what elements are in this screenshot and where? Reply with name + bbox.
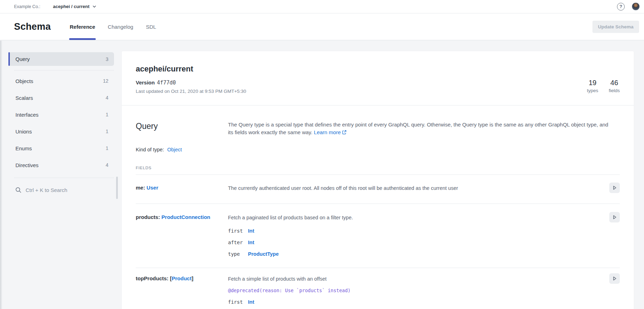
graph-summary-left: acephei/current Version4f77d0 Last updat… [136,64,246,95]
tab-bar: Reference Changelog SDL [63,14,162,40]
play-icon [612,276,617,281]
last-updated: Last updated on Oct 21, 2020 at 9:53 PM … [136,88,246,95]
count-badge: 3 [106,56,108,62]
question-mark-icon: ? [619,4,622,9]
type-name-column: Query [136,121,228,131]
field-name: products: ProductConnection [136,214,228,221]
argument-type-link[interactable]: Int [248,239,254,246]
version-line: Version4f77d0 [136,79,246,86]
argument-row: first Int [228,227,602,234]
sidebar-item-unions[interactable]: Unions 1 [8,123,114,140]
play-icon [612,185,617,191]
page-header: Schema Reference Changelog SDL Update Sc… [0,14,644,40]
graph-selector-label: acephei / current [53,4,89,9]
count-badge: 1 [106,112,108,117]
run-in-explorer-button[interactable] [609,212,620,222]
argument-type-link[interactable]: ProductType [248,250,279,258]
content-area: Query 3 Objects 12 Scalars 4 Interfaces … [0,41,644,309]
count-badge: 1 [106,129,108,134]
topbar-right-group: ? [617,2,640,11]
field-actions [609,184,620,193]
run-in-explorer-button[interactable] [609,273,620,284]
external-link-icon [342,130,347,135]
argument-type-link[interactable]: Int [248,227,254,235]
field-row-products: products: ProductConnection Fetch a pagi… [136,204,620,268]
field-name: me: User [136,184,228,191]
version-value: 4f77d0 [157,80,176,86]
field-description: Fetch a simple list of products with an … [228,275,609,305]
top-bar: Example Co.: acephei / current ? [0,0,644,13]
stat-fields: 46 fields [609,78,620,93]
type-name: Query [136,121,228,131]
sidebar-list: Objects 12 Scalars 4 Interfaces 1 Unions… [8,73,114,173]
field-actions [609,275,620,284]
user-avatar[interactable] [632,2,640,11]
field-type-link[interactable]: User [147,185,158,191]
search-trigger[interactable]: Ctrl + K to Search [8,181,114,198]
tab-sdl[interactable]: SDL [140,14,162,40]
sidebar-item-directives[interactable]: Directives 4 [8,157,114,173]
field-description: The currently authenticated user root. A… [228,184,609,192]
left-scrollbar-strip[interactable] [0,41,2,309]
type-description: The Query type is a special type that de… [228,121,620,136]
page-title: Schema [14,21,51,32]
search-hint: Ctrl + K to Search [26,187,67,193]
sidebar-item-enums[interactable]: Enums 1 [8,140,114,157]
field-row-topproducts: topProducts: [Product] Fetch a simple li… [136,268,620,309]
graph-selector-dropdown[interactable]: acephei / current [53,4,96,9]
graph-title: acephei/current [136,64,246,74]
learn-more-link[interactable]: Learn more [314,129,347,135]
help-button[interactable]: ? [617,3,625,11]
bracket-close: ] [192,275,193,281]
field-description: Fetch a paginated list of products based… [228,214,609,257]
argument-row: type ProductType [228,250,602,257]
deprecated-annotation: @deprecated(reason: Use `products` inste… [228,287,602,294]
run-in-explorer-button[interactable] [609,183,620,193]
field-type-link[interactable]: Product [172,275,192,281]
chevron-down-icon [93,5,96,8]
count-badge: 4 [106,95,108,101]
argument-row: after Int [228,239,602,246]
graph-summary-header: acephei/current Version4f77d0 Last updat… [122,51,634,105]
active-tab-underline [69,38,96,40]
schema-reference-card: acephei/current Version4f77d0 Last updat… [122,51,634,309]
selected-accent-bar [8,52,10,66]
sidebar-item-interfaces[interactable]: Interfaces 1 [8,106,114,123]
divider [14,178,114,178]
count-badge: 12 [103,78,108,84]
search-icon [15,187,21,193]
sidebar-item-objects[interactable]: Objects 12 [8,73,114,89]
argument-type-link[interactable]: Int [248,298,254,306]
stat-types: 19 types [587,78,598,93]
version-label: Version [136,80,155,85]
field-actions [609,214,620,222]
count-badge: 4 [106,162,108,168]
play-icon [612,214,617,220]
tab-changelog[interactable]: Changelog [101,14,140,40]
count-badge: 1 [106,145,108,151]
sidebar-item-scalars[interactable]: Scalars 4 [8,89,114,106]
sidebar-scrollbar-thumb[interactable] [116,177,118,199]
type-header-row: Query The Query type is a special type t… [136,121,620,136]
field-row-me: me: User The currently authenticated use… [136,175,620,204]
field-name: topProducts: [Product] [136,275,228,282]
fields-section-label: FIELDS [136,166,620,170]
argument-row: first Int [228,298,602,305]
kind-label: Kind of type: [136,147,164,152]
tab-reference[interactable]: Reference [63,14,102,40]
kind-value-link[interactable]: Object [167,147,182,152]
type-detail-body: Query The Query type is a special type t… [122,105,634,309]
kind-of-type-row: Kind of type: Object [136,147,620,152]
sidebar-item-query[interactable]: Query 3 [8,52,114,66]
update-schema-button[interactable]: Update Schema [592,21,639,33]
org-label: Example Co.: [14,4,40,9]
schema-type-sidebar: Query 3 Objects 12 Scalars 4 Interfaces … [8,41,114,198]
divider [14,70,114,70]
field-type-link[interactable]: ProductConnection [161,214,210,220]
schema-stats: 19 types 46 fields [587,78,620,93]
